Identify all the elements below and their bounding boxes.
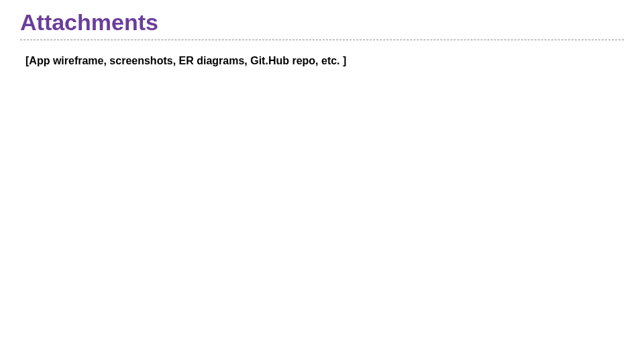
slide-container: Attachments [App wireframe, screenshots,… bbox=[0, 0, 644, 362]
divider-line bbox=[20, 40, 624, 40]
section-heading: Attachments bbox=[20, 9, 624, 38]
placeholder-text: [App wireframe, screenshots, ER diagrams… bbox=[25, 55, 624, 67]
